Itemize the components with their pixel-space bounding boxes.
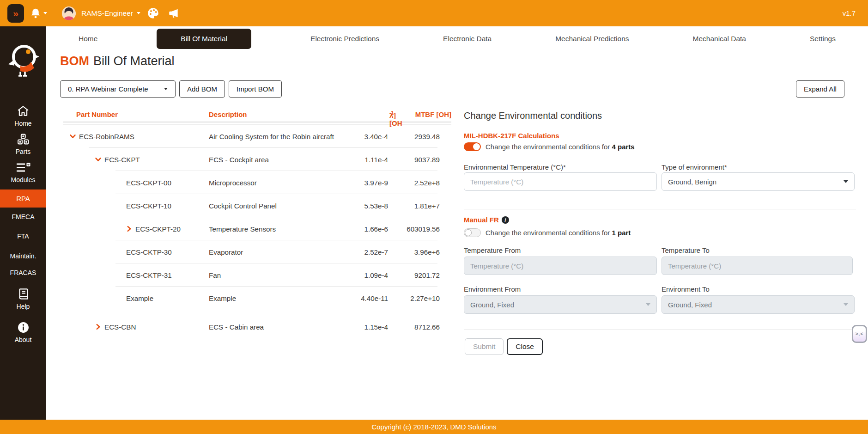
bom-row-example[interactable]: ExampleExample4.40e-112.27e+10 (63, 287, 451, 309)
tabs: HomeBill Of MaterialElectronic Predictio… (46, 26, 868, 51)
sidebar-item-label: Parts (16, 148, 31, 155)
manual-toggle[interactable] (464, 228, 481, 237)
mtbf-cell: 2939.48 (414, 132, 440, 140)
sidebar-collapse-button[interactable]: » (7, 4, 24, 23)
bom-table: Part Number Description λ [OH -1 ] MTBF … (63, 110, 451, 338)
tab-mechanical-predictions[interactable]: Mechanical Predictions (551, 35, 633, 43)
mtbf-cell: 9037.89 (414, 155, 440, 163)
user-name: RAMS-Engineer (81, 9, 133, 18)
col-description[interactable]: Description (209, 110, 247, 118)
sidebar-item-label: Home (14, 120, 31, 127)
temperature-from-label: Temperature From (464, 246, 521, 254)
part-number-cell: ECS-CKPT (95, 155, 140, 163)
home-icon (17, 105, 29, 117)
env-type-label: Type of environment* (662, 163, 727, 171)
tab-home[interactable]: Home (74, 35, 102, 43)
chevron-down-icon[interactable] (95, 156, 101, 162)
sidebar-item-fmeca[interactable]: FMECA (0, 213, 46, 220)
sidebar: HomePartsModulesRPAFMECAFTAMaintain.FRAC… (0, 26, 46, 420)
sidebar-item-help[interactable]: Help (0, 288, 46, 310)
panel-buttons: Submit Close (465, 338, 543, 355)
bom-row-ecs-cbn[interactable]: ECS-CBNECS - Cabin area1.15e-48712.66 (63, 315, 451, 338)
sidebar-item-label: Maintain. (10, 252, 36, 260)
footer: Copyright (c) 2018-2023, DMD Solutions (0, 420, 868, 434)
theme-palette-button[interactable] (147, 0, 159, 26)
sidebar-item-maintain[interactable]: Maintain. (0, 252, 46, 260)
mil-toggle-row: Change the environmental conditions for … (464, 142, 635, 151)
mtbf-cell: 1.81e+7 (414, 202, 440, 209)
chevron-down-icon (844, 303, 848, 306)
description-cell: Microprocessor (209, 178, 257, 186)
sidebar-item-home[interactable]: Home (0, 105, 46, 127)
env-type-select[interactable]: Ground, Benign (662, 172, 855, 191)
sidebar-item-fta[interactable]: FTA (0, 232, 46, 240)
chevron-down-icon[interactable] (70, 133, 76, 139)
bom-row-ecs-ckpt-00[interactable]: ECS-CKPT-00Microprocessor3.97e-92.52e+8 (63, 171, 451, 194)
avatar (62, 6, 76, 20)
tab-electronic-data[interactable]: Electronic Data (438, 35, 496, 43)
description-cell: Air Cooling System for the Robin aircraf… (209, 132, 334, 140)
bom-row-ecs-ckpt-10[interactable]: ECS-CKPT-10Cockpit Control Panel5.53e-81… (63, 194, 451, 217)
bom-row-ecs-cktp-30[interactable]: ECS-CKTP-30Evaporator2.52e-73.96e+6 (63, 240, 451, 263)
description-cell: Cockpit Control Panel (209, 202, 277, 209)
close-button[interactable]: Close (507, 338, 543, 355)
about-icon (18, 321, 29, 333)
mtbf-cell: 9201.72 (414, 271, 440, 279)
bom-toolbar: 0. RPA Webinar Complete Add BOM Import B… (60, 80, 282, 98)
bom-row-ecs-robinrams[interactable]: ECS-RobinRAMSAir Cooling System for the … (63, 125, 451, 147)
temperature-from-input (464, 257, 657, 275)
manual-toggle-row: Change the environmental conditions for … (464, 228, 631, 237)
col-mtbf[interactable]: MTBF [OH] (415, 110, 451, 118)
description-cell: ECS - Cockpit area (209, 155, 269, 163)
app-version: v1.7 (843, 0, 856, 26)
lambda-cell: 4.40e-11 (361, 294, 388, 302)
col-part-number[interactable]: Part Number (76, 110, 118, 118)
sidebar-item-label: RPA (16, 195, 30, 202)
tab-electronic-predictions[interactable]: Electronic Predictions (306, 35, 384, 43)
announcements-button[interactable] (167, 0, 180, 26)
bom-row-ecs-cktp-31[interactable]: ECS-CKTP-31Fan1.09e-49201.72 (63, 263, 451, 286)
sidebar-item-about[interactable]: About (0, 321, 46, 343)
sidebar-item-label: FTA (17, 232, 29, 240)
bom-row-ecs-ckpt-20[interactable]: ECS-CKPT-20Temperature Sensors1.66e-6603… (63, 217, 451, 240)
page-title: BOMBill Of Material (60, 54, 175, 68)
bom-selector-dropdown[interactable]: 0. RPA Webinar Complete (60, 80, 176, 98)
user-menu[interactable]: RAMS-Engineer (62, 0, 140, 26)
expand-all-button[interactable]: Expand All (796, 80, 844, 98)
chevron-down-icon (43, 12, 47, 14)
lambda-cell: 1.15e-4 (364, 323, 388, 330)
sidebar-item-fracas[interactable]: FRACAS (0, 269, 46, 276)
tab-mechanical-data[interactable]: Mechanical Data (688, 35, 751, 43)
double-chevron-icon: » (13, 8, 18, 18)
lambda-cell: 1.11e-4 (365, 155, 388, 163)
tab-settings[interactable]: Settings (805, 35, 840, 43)
chevron-down-icon (137, 12, 140, 14)
buttons-divider (464, 330, 856, 330)
sidebar-item-parts[interactable]: Parts (0, 133, 46, 155)
assistant-widget-button[interactable]: >.< (852, 325, 867, 343)
mtbf-cell: 2.52e+8 (414, 178, 440, 186)
notifications-button[interactable] (30, 0, 47, 26)
description-cell: Fan (209, 271, 221, 279)
import-bom-button[interactable]: Import BOM (229, 80, 282, 98)
info-icon[interactable]: i (502, 216, 509, 224)
sidebar-item-label: FRACAS (10, 269, 36, 276)
environment-from-label: Environment From (464, 285, 521, 293)
col-lambda[interactable]: λ [OH -1 ] (389, 110, 394, 119)
mil-toggle[interactable] (464, 142, 481, 151)
chevron-right-icon[interactable] (95, 324, 101, 330)
add-bom-button[interactable]: Add BOM (179, 80, 225, 98)
chevron-down-icon (646, 303, 650, 306)
chevron-right-icon[interactable] (126, 226, 132, 232)
section-divider (464, 209, 856, 209)
tab-bill-of-material[interactable]: Bill Of Material (157, 29, 251, 49)
sidebar-item-modules[interactable]: Modules (0, 161, 46, 183)
robin-rams-logo (6, 43, 40, 82)
env-temperature-input[interactable] (464, 172, 657, 191)
sidebar-item-rpa[interactable]: RPA (0, 189, 46, 208)
bom-row-ecs-ckpt[interactable]: ECS-CKPTECS - Cockpit area1.11e-49037.89 (63, 148, 451, 171)
part-number-cell: ECS-CKPT-10 (126, 202, 171, 209)
lambda-cell: 1.66e-6 (364, 225, 388, 232)
part-number-cell: ECS-CKTP-30 (126, 248, 172, 256)
mtbf-cell: 3.96e+6 (414, 248, 440, 256)
